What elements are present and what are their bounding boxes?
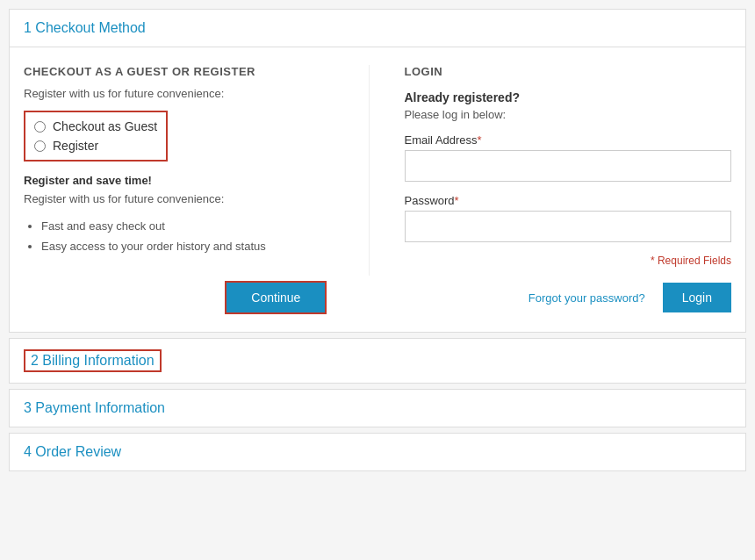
- order-review-section: 4 Order Review: [9, 433, 746, 471]
- password-input[interactable]: [405, 211, 732, 242]
- login-heading: LOGIN: [405, 65, 732, 78]
- order-review-header[interactable]: 4 Order Review: [10, 434, 745, 470]
- action-row: Continue Forgot your password? Login: [24, 281, 731, 314]
- guest-register-heading: CHECKOUT AS A GUEST OR REGISTER: [24, 65, 351, 78]
- billing-header[interactable]: 2 Billing Information: [10, 339, 745, 383]
- order-review-title: Order Review: [35, 444, 121, 459]
- login-actions: Forgot your password? Login: [528, 283, 731, 312]
- billing-title: Billing Information: [42, 353, 154, 368]
- checkout-two-col: CHECKOUT AS A GUEST OR REGISTER Register…: [24, 65, 731, 276]
- checkout-method-section: 1 Checkout Method CHECKOUT AS A GUEST OR…: [9, 9, 746, 333]
- guest-option[interactable]: Checkout as Guest: [34, 119, 157, 133]
- login-col: LOGIN Already registered? Please log in …: [387, 65, 732, 276]
- payment-step: 3: [24, 400, 32, 415]
- register-subtext: Register with us for future convenience:: [24, 87, 351, 100]
- continue-button[interactable]: Continue: [225, 281, 327, 314]
- benefit-2: Easy access to your order history and st…: [41, 236, 351, 256]
- guest-register-col: CHECKOUT AS A GUEST OR REGISTER Register…: [24, 65, 370, 276]
- payment-header[interactable]: 3 Payment Information: [10, 390, 745, 427]
- register-subtext2: Register with us for future convenience:: [24, 192, 351, 205]
- billing-title-outlined: 2 Billing Information: [24, 349, 162, 372]
- password-required-star: *: [455, 194, 459, 207]
- register-save-label: Register and save time!: [24, 174, 351, 187]
- email-required-star: *: [478, 133, 482, 147]
- checkout-method-header[interactable]: 1 Checkout Method: [10, 10, 745, 47]
- billing-section: 2 Billing Information: [9, 338, 746, 384]
- email-label: Email Address*: [405, 133, 732, 147]
- forgot-password-link[interactable]: Forgot your password?: [528, 291, 645, 305]
- payment-section: 3 Payment Information: [9, 389, 746, 427]
- required-fields-note: * Required Fields: [405, 255, 732, 267]
- checkout-options-group: Checkout as Guest Register: [24, 111, 168, 162]
- guest-radio[interactable]: [34, 121, 46, 133]
- benefits-list: Fast and easy check out Easy access to y…: [24, 216, 351, 257]
- login-button[interactable]: Login: [663, 283, 731, 312]
- continue-area: Continue: [24, 281, 528, 314]
- order-review-step: 4: [24, 444, 32, 459]
- register-label: Register: [53, 139, 98, 153]
- checkout-method-body: CHECKOUT AS A GUEST OR REGISTER Register…: [10, 47, 745, 332]
- billing-step: 2: [31, 353, 39, 368]
- please-log-text: Please log in below:: [405, 108, 732, 121]
- register-option[interactable]: Register: [34, 139, 157, 153]
- already-registered: Already registered?: [405, 90, 732, 104]
- guest-label: Checkout as Guest: [53, 119, 157, 133]
- page-wrapper: 1 Checkout Method CHECKOUT AS A GUEST OR…: [9, 9, 746, 471]
- register-radio[interactable]: [34, 140, 46, 152]
- checkout-method-step: 1: [24, 20, 32, 35]
- benefit-1: Fast and easy check out: [41, 216, 351, 236]
- payment-title: Payment Information: [35, 400, 165, 415]
- password-label: Password*: [405, 194, 732, 207]
- email-input[interactable]: [405, 150, 732, 182]
